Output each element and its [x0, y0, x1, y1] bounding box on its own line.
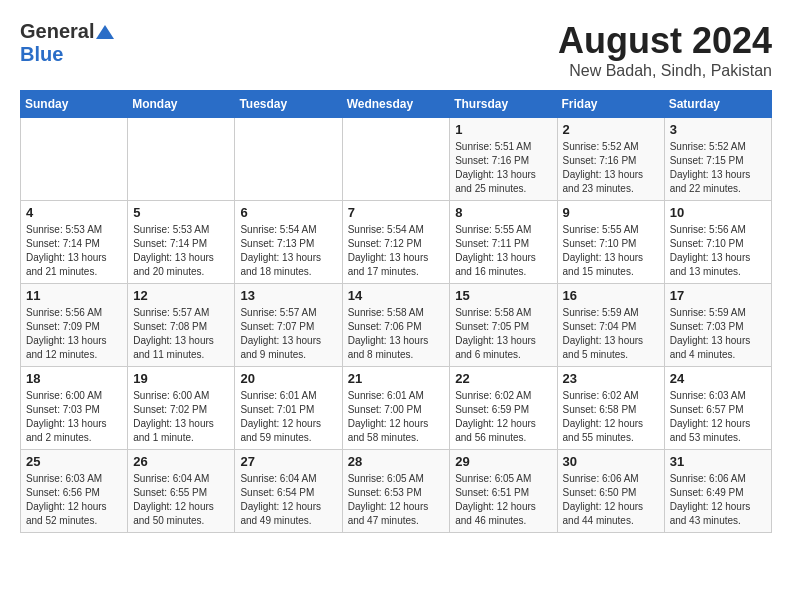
day-info: Sunrise: 6:04 AM Sunset: 6:55 PM Dayligh…	[133, 472, 229, 528]
day-info: Sunrise: 6:06 AM Sunset: 6:49 PM Dayligh…	[670, 472, 766, 528]
calendar-cell: 8Sunrise: 5:55 AM Sunset: 7:11 PM Daylig…	[450, 201, 557, 284]
day-info: Sunrise: 6:05 AM Sunset: 6:51 PM Dayligh…	[455, 472, 551, 528]
calendar-cell: 19Sunrise: 6:00 AM Sunset: 7:02 PM Dayli…	[128, 367, 235, 450]
day-number: 31	[670, 454, 766, 469]
calendar-cell: 13Sunrise: 5:57 AM Sunset: 7:07 PM Dayli…	[235, 284, 342, 367]
day-number: 4	[26, 205, 122, 220]
day-info: Sunrise: 6:02 AM Sunset: 6:59 PM Dayligh…	[455, 389, 551, 445]
weekday-header-saturday: Saturday	[664, 91, 771, 118]
calendar-week-row: 1Sunrise: 5:51 AM Sunset: 7:16 PM Daylig…	[21, 118, 772, 201]
day-number: 13	[240, 288, 336, 303]
calendar-cell: 14Sunrise: 5:58 AM Sunset: 7:06 PM Dayli…	[342, 284, 450, 367]
day-number: 10	[670, 205, 766, 220]
calendar-cell: 24Sunrise: 6:03 AM Sunset: 6:57 PM Dayli…	[664, 367, 771, 450]
day-info: Sunrise: 5:54 AM Sunset: 7:13 PM Dayligh…	[240, 223, 336, 279]
day-number: 2	[563, 122, 659, 137]
day-number: 18	[26, 371, 122, 386]
day-info: Sunrise: 6:04 AM Sunset: 6:54 PM Dayligh…	[240, 472, 336, 528]
weekday-header-sunday: Sunday	[21, 91, 128, 118]
day-number: 20	[240, 371, 336, 386]
day-number: 6	[240, 205, 336, 220]
calendar-cell: 18Sunrise: 6:00 AM Sunset: 7:03 PM Dayli…	[21, 367, 128, 450]
day-info: Sunrise: 5:52 AM Sunset: 7:15 PM Dayligh…	[670, 140, 766, 196]
calendar-week-row: 4Sunrise: 5:53 AM Sunset: 7:14 PM Daylig…	[21, 201, 772, 284]
calendar-cell	[235, 118, 342, 201]
day-number: 14	[348, 288, 445, 303]
day-number: 11	[26, 288, 122, 303]
calendar-cell: 29Sunrise: 6:05 AM Sunset: 6:51 PM Dayli…	[450, 450, 557, 533]
weekday-header-thursday: Thursday	[450, 91, 557, 118]
calendar-cell	[21, 118, 128, 201]
calendar-cell: 11Sunrise: 5:56 AM Sunset: 7:09 PM Dayli…	[21, 284, 128, 367]
day-info: Sunrise: 6:02 AM Sunset: 6:58 PM Dayligh…	[563, 389, 659, 445]
day-number: 30	[563, 454, 659, 469]
day-number: 24	[670, 371, 766, 386]
day-info: Sunrise: 5:59 AM Sunset: 7:04 PM Dayligh…	[563, 306, 659, 362]
logo-blue-text: Blue	[20, 43, 63, 66]
calendar-cell: 17Sunrise: 5:59 AM Sunset: 7:03 PM Dayli…	[664, 284, 771, 367]
calendar-cell: 9Sunrise: 5:55 AM Sunset: 7:10 PM Daylig…	[557, 201, 664, 284]
calendar-cell: 16Sunrise: 5:59 AM Sunset: 7:04 PM Dayli…	[557, 284, 664, 367]
calendar-cell: 28Sunrise: 6:05 AM Sunset: 6:53 PM Dayli…	[342, 450, 450, 533]
day-info: Sunrise: 6:01 AM Sunset: 7:01 PM Dayligh…	[240, 389, 336, 445]
day-number: 9	[563, 205, 659, 220]
calendar-week-row: 11Sunrise: 5:56 AM Sunset: 7:09 PM Dayli…	[21, 284, 772, 367]
calendar-cell: 5Sunrise: 5:53 AM Sunset: 7:14 PM Daylig…	[128, 201, 235, 284]
calendar-table: SundayMondayTuesdayWednesdayThursdayFrid…	[20, 90, 772, 533]
calendar-cell: 23Sunrise: 6:02 AM Sunset: 6:58 PM Dayli…	[557, 367, 664, 450]
day-number: 23	[563, 371, 659, 386]
location-title: New Badah, Sindh, Pakistan	[558, 62, 772, 80]
day-number: 21	[348, 371, 445, 386]
svg-marker-0	[96, 25, 114, 39]
day-info: Sunrise: 5:57 AM Sunset: 7:08 PM Dayligh…	[133, 306, 229, 362]
calendar-cell: 6Sunrise: 5:54 AM Sunset: 7:13 PM Daylig…	[235, 201, 342, 284]
calendar-cell: 27Sunrise: 6:04 AM Sunset: 6:54 PM Dayli…	[235, 450, 342, 533]
day-number: 28	[348, 454, 445, 469]
day-number: 5	[133, 205, 229, 220]
calendar-cell	[342, 118, 450, 201]
weekday-header-wednesday: Wednesday	[342, 91, 450, 118]
calendar-cell: 1Sunrise: 5:51 AM Sunset: 7:16 PM Daylig…	[450, 118, 557, 201]
calendar-cell: 4Sunrise: 5:53 AM Sunset: 7:14 PM Daylig…	[21, 201, 128, 284]
logo-icon	[96, 23, 114, 41]
day-number: 17	[670, 288, 766, 303]
logo: General Blue	[20, 20, 114, 66]
day-info: Sunrise: 5:53 AM Sunset: 7:14 PM Dayligh…	[26, 223, 122, 279]
day-number: 1	[455, 122, 551, 137]
calendar-cell: 31Sunrise: 6:06 AM Sunset: 6:49 PM Dayli…	[664, 450, 771, 533]
calendar-cell: 26Sunrise: 6:04 AM Sunset: 6:55 PM Dayli…	[128, 450, 235, 533]
calendar-cell: 15Sunrise: 5:58 AM Sunset: 7:05 PM Dayli…	[450, 284, 557, 367]
day-info: Sunrise: 5:52 AM Sunset: 7:16 PM Dayligh…	[563, 140, 659, 196]
day-info: Sunrise: 5:58 AM Sunset: 7:06 PM Dayligh…	[348, 306, 445, 362]
calendar-header-row: SundayMondayTuesdayWednesdayThursdayFrid…	[21, 91, 772, 118]
day-info: Sunrise: 6:00 AM Sunset: 7:02 PM Dayligh…	[133, 389, 229, 445]
day-number: 19	[133, 371, 229, 386]
day-info: Sunrise: 6:05 AM Sunset: 6:53 PM Dayligh…	[348, 472, 445, 528]
day-number: 3	[670, 122, 766, 137]
day-number: 8	[455, 205, 551, 220]
calendar-cell: 21Sunrise: 6:01 AM Sunset: 7:00 PM Dayli…	[342, 367, 450, 450]
day-info: Sunrise: 5:59 AM Sunset: 7:03 PM Dayligh…	[670, 306, 766, 362]
weekday-header-friday: Friday	[557, 91, 664, 118]
day-number: 16	[563, 288, 659, 303]
day-info: Sunrise: 5:56 AM Sunset: 7:10 PM Dayligh…	[670, 223, 766, 279]
day-number: 27	[240, 454, 336, 469]
day-info: Sunrise: 5:53 AM Sunset: 7:14 PM Dayligh…	[133, 223, 229, 279]
day-info: Sunrise: 5:55 AM Sunset: 7:10 PM Dayligh…	[563, 223, 659, 279]
day-info: Sunrise: 5:58 AM Sunset: 7:05 PM Dayligh…	[455, 306, 551, 362]
calendar-cell: 2Sunrise: 5:52 AM Sunset: 7:16 PM Daylig…	[557, 118, 664, 201]
day-number: 25	[26, 454, 122, 469]
day-info: Sunrise: 6:03 AM Sunset: 6:57 PM Dayligh…	[670, 389, 766, 445]
logo-general-text: General	[20, 20, 94, 43]
calendar-cell: 3Sunrise: 5:52 AM Sunset: 7:15 PM Daylig…	[664, 118, 771, 201]
calendar-cell: 25Sunrise: 6:03 AM Sunset: 6:56 PM Dayli…	[21, 450, 128, 533]
day-info: Sunrise: 5:51 AM Sunset: 7:16 PM Dayligh…	[455, 140, 551, 196]
day-info: Sunrise: 6:01 AM Sunset: 7:00 PM Dayligh…	[348, 389, 445, 445]
month-title: August 2024	[558, 20, 772, 62]
weekday-header-tuesday: Tuesday	[235, 91, 342, 118]
day-number: 22	[455, 371, 551, 386]
day-number: 7	[348, 205, 445, 220]
calendar-cell: 30Sunrise: 6:06 AM Sunset: 6:50 PM Dayli…	[557, 450, 664, 533]
calendar-cell	[128, 118, 235, 201]
day-info: Sunrise: 6:00 AM Sunset: 7:03 PM Dayligh…	[26, 389, 122, 445]
